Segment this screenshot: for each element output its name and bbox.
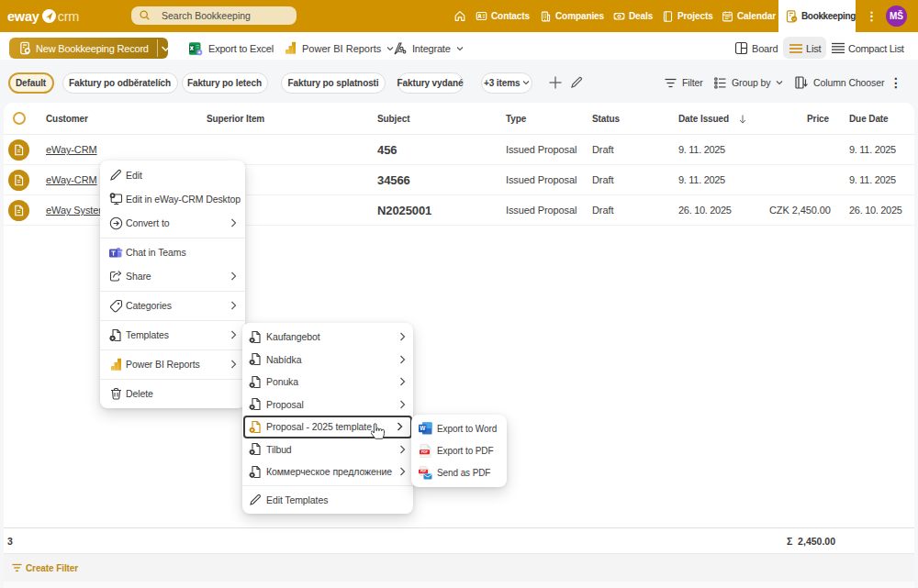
svg-text:PDF: PDF <box>420 470 425 473</box>
svg-text:W: W <box>420 426 426 432</box>
svg-text:PDF: PDF <box>421 450 429 454</box>
